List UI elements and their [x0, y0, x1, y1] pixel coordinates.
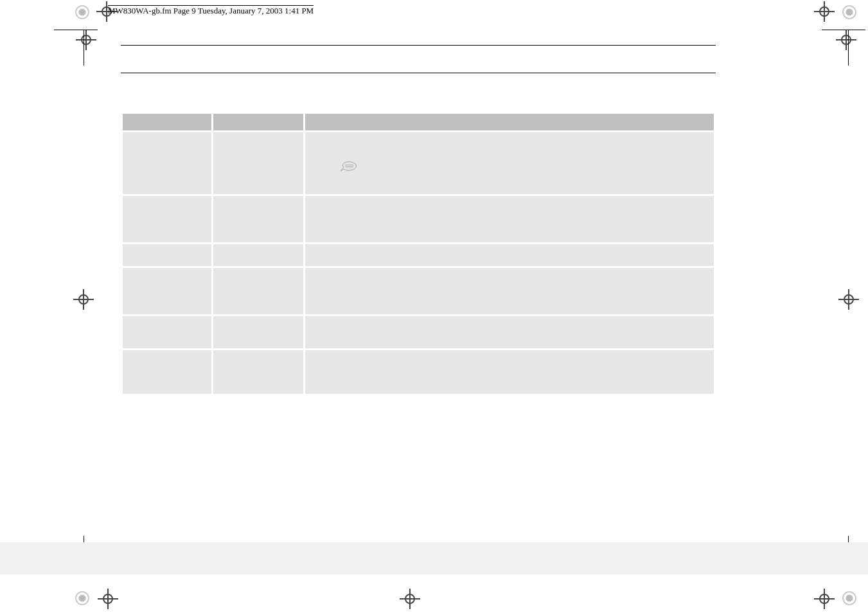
header-rule-2	[121, 73, 716, 73]
table-cell	[213, 244, 303, 266]
table-header-cell	[213, 114, 303, 130]
table-cell	[213, 132, 303, 194]
table-cell	[305, 316, 714, 348]
registration-mark	[77, 293, 90, 306]
footer-band	[0, 542, 868, 574]
table-cell	[305, 132, 714, 194]
table-cell	[123, 350, 211, 394]
page-body	[121, 45, 716, 396]
table-cell	[213, 316, 303, 348]
crop-rule	[848, 30, 849, 66]
table-cell	[123, 244, 211, 266]
crop-circle-br	[842, 591, 856, 605]
crop-circle-tr	[842, 5, 856, 19]
table-cell	[123, 316, 211, 348]
table-cell	[123, 196, 211, 242]
table-row	[123, 350, 714, 394]
table-cell	[213, 196, 303, 242]
table-row	[123, 316, 714, 348]
table-row	[123, 244, 714, 266]
table-row	[123, 132, 714, 194]
table-header-row	[123, 114, 714, 130]
table-row	[123, 196, 714, 242]
table-cell	[305, 196, 714, 242]
table-header-cell	[123, 114, 211, 130]
table-cell	[305, 350, 714, 394]
crop-circle-tl	[75, 5, 89, 19]
table-cell	[213, 268, 303, 314]
table	[121, 112, 716, 396]
content-table	[121, 112, 716, 396]
crop-rule	[84, 30, 84, 66]
table-header-cell	[305, 114, 714, 130]
registration-mark	[818, 5, 831, 18]
registration-mark	[842, 293, 855, 306]
registration-mark	[102, 592, 114, 605]
crop-circle-bl	[75, 591, 89, 605]
crop-rule	[54, 30, 98, 30]
registration-mark	[818, 592, 831, 605]
table-cell	[305, 268, 714, 314]
table-cell	[305, 244, 714, 266]
table-cell	[123, 268, 211, 314]
table-cell	[123, 132, 211, 194]
registration-mark	[403, 592, 416, 605]
header-rule-1	[121, 45, 716, 46]
table-cell	[213, 350, 303, 394]
file-header-text: MW830WA-gb.fm Page 9 Tuesday, January 7,…	[108, 5, 314, 16]
note-icon	[340, 161, 358, 172]
registration-mark	[840, 33, 853, 46]
file-header: MW830WA-gb.fm Page 9 Tuesday, January 7,…	[108, 5, 314, 16]
table-row	[123, 268, 714, 314]
crop-rule	[822, 30, 865, 30]
registration-mark	[80, 33, 93, 46]
